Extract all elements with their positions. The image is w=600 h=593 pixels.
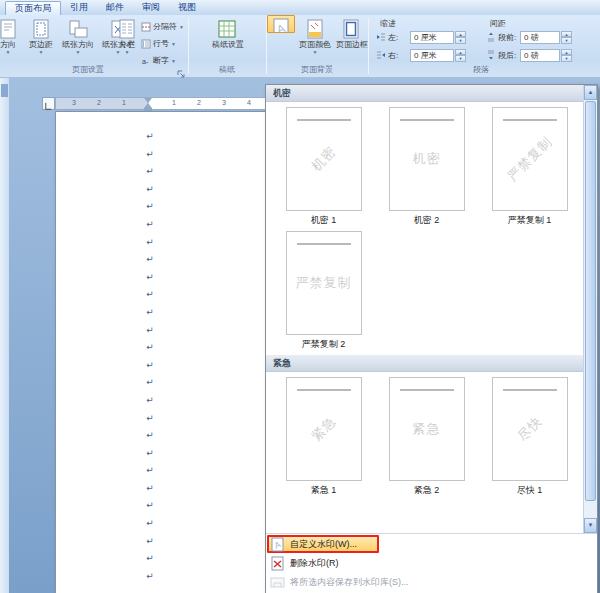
scrollbar-thumb[interactable]: [585, 101, 596, 501]
watermark-thumbnail[interactable]: 紧急 紧急 2: [375, 377, 478, 496]
paragraph-mark: ↵: [143, 269, 157, 287]
watermark-thumb-label: 严禁复制 2: [302, 338, 346, 350]
watermark-thumbnail[interactable]: 尽快 尽快 1: [478, 377, 581, 496]
save-selection-icon: [270, 575, 285, 590]
watermark-button[interactable]: A 水印 ▼: [267, 15, 295, 33]
gallery-section-header: 紧急: [266, 355, 583, 372]
chevron-down-icon: ▼: [6, 49, 11, 55]
custom-watermark-command[interactable]: A 自定义水印(W)...: [266, 535, 597, 554]
ruler-number: 1: [119, 99, 129, 106]
spacing-before-input[interactable]: 0 磅: [520, 31, 560, 44]
watermark-preview: 机密: [389, 107, 465, 211]
paragraph-mark: ↵: [143, 392, 157, 410]
watermark-preview: 严禁复制: [492, 107, 568, 211]
paragraph-mark: ↵: [143, 480, 157, 498]
paragraph-mark: ↵: [143, 533, 157, 551]
watermark-thumb-label: 紧急 2: [414, 484, 440, 496]
indent-left-icon: [376, 32, 386, 42]
indent-left-row: 左: 0 厘米 ▲▼: [376, 30, 466, 44]
page-setup-dialog-launcher[interactable]: [176, 65, 186, 75]
columns-button[interactable]: 分栏 ▼: [114, 17, 140, 66]
text-direction-button[interactable]: 方向 ▼: [0, 17, 24, 66]
paragraph-group-label: 段落: [368, 64, 594, 75]
line-numbers-button[interactable]: 行号 ▼: [140, 36, 187, 51]
paragraph-mark: ↵: [143, 427, 157, 445]
tab-mailings[interactable]: 邮件: [97, 1, 133, 15]
scroll-down-button[interactable]: ▼: [584, 518, 597, 533]
watermark-thumbnail[interactable]: 严禁复制 严禁复制 2: [272, 231, 375, 350]
ribbon-tab-bar: 页面布局 引用 邮件 审阅 视图: [0, 0, 600, 15]
watermark-thumb-label: 紧急 1: [311, 484, 337, 496]
spacing-before-row: 段前: 0 磅 ▲▼: [486, 30, 572, 44]
watermark-preview-text: 严禁复制: [492, 107, 568, 211]
watermark-preview: 紧急: [286, 377, 362, 481]
watermark-thumbnail[interactable]: 严禁复制 严禁复制 1: [478, 107, 581, 226]
orientation-button[interactable]: 纸张方向 ▼: [58, 17, 98, 66]
spin-down-button[interactable]: ▼: [455, 37, 466, 44]
spin-down-button[interactable]: ▼: [455, 55, 466, 62]
paragraph-marks: ↵↵↵↵↵↵↵↵↵↵↵↵↵↵↵↵↵↵↵↵↵↵↵↵↵↵: [143, 128, 157, 585]
paragraph-mark: ↵: [143, 146, 157, 164]
page-color-button[interactable]: 页面颜色 ▼: [296, 17, 334, 66]
text-direction-icon: [0, 19, 18, 39]
chevron-down-icon: ▼: [313, 49, 318, 55]
remove-watermark-icon: [270, 556, 285, 571]
paragraph-mark: ↵: [143, 497, 157, 515]
orientation-icon: [68, 19, 88, 39]
spacing-after-input[interactable]: 0 磅: [520, 49, 560, 62]
tab-view[interactable]: 视图: [169, 1, 205, 15]
ruler-number: 2: [94, 99, 104, 106]
save-to-watermark-gallery-command: 将所选内容保存到水印库(S)...: [266, 573, 597, 592]
watermark-preview: 机密: [286, 107, 362, 211]
window-left-edge: [0, 78, 9, 593]
watermark-preview: 紧急: [389, 377, 465, 481]
chevron-down-icon: ▼: [125, 49, 130, 55]
manuscript-grid-icon: [217, 19, 237, 39]
tab-page-layout[interactable]: 页面布局: [5, 1, 61, 15]
watermark-preview-text: 尽快: [492, 377, 568, 481]
watermark-thumbnail[interactable]: 机密 机密 1: [272, 107, 375, 226]
paragraph-mark: ↵: [143, 410, 157, 428]
page-borders-button[interactable]: 页面边框: [334, 17, 368, 66]
page-setup-group-label: 页面设置: [0, 64, 176, 75]
paragraph-mark: ↵: [143, 568, 157, 586]
watermark-thumbnail[interactable]: 紧急 紧急 1: [272, 377, 375, 496]
manuscript-setup-button[interactable]: 稿纸设置: [204, 17, 250, 66]
word-window: 页面布局 引用 邮件 审阅 视图 方向 ▼ 页边距 ▼ 纸张方向 ▼: [0, 0, 600, 593]
tab-stop-selector[interactable]: [42, 97, 55, 110]
chevron-down-icon: ▼: [171, 58, 176, 64]
watermark-preview-text: 机密: [390, 108, 464, 210]
paragraph-mark: ↵: [143, 251, 157, 269]
watermark-icon: A: [271, 18, 291, 33]
paragraph-mark: ↵: [143, 322, 157, 340]
paragraph-mark: ↵: [143, 304, 157, 322]
paragraph-mark: ↵: [143, 339, 157, 357]
chevron-down-icon: ▼: [179, 24, 184, 30]
gallery-scrollbar[interactable]: ▲ ▼: [583, 85, 597, 533]
indent-left-input[interactable]: 0 厘米: [410, 31, 454, 44]
breaks-icon: [141, 22, 151, 32]
indent-right-row: 右: 0 厘米 ▲▼: [376, 48, 466, 62]
watermark-gallery: 机密 机密 机密 1 机密 机密 2 严禁复制 严禁复制 1 严禁复制 严禁复制…: [266, 85, 583, 533]
remove-watermark-command[interactable]: 删除水印(R): [266, 554, 597, 573]
paragraph-mark: ↵: [143, 216, 157, 234]
page-background-group-label: 页面背景: [266, 64, 368, 75]
ruler-number: 3: [219, 99, 229, 106]
watermark-dropdown: 机密 机密 机密 1 机密 机密 2 严禁复制 严禁复制 1 严禁复制 严禁复制…: [265, 84, 598, 593]
scroll-up-button[interactable]: ▲: [584, 85, 597, 100]
tab-review[interactable]: 审阅: [133, 1, 169, 15]
spin-down-button[interactable]: ▼: [561, 55, 572, 62]
indent-header: 缩进: [380, 18, 396, 29]
paragraph-mark: ↵: [143, 445, 157, 463]
watermark-thumb-label: 尽快 1: [517, 484, 543, 496]
indent-right-input[interactable]: 0 厘米: [410, 49, 454, 62]
breaks-button[interactable]: 分隔符 ▼: [140, 19, 187, 34]
indent-markers[interactable]: [143, 98, 155, 111]
watermark-thumbnail[interactable]: 机密 机密 2: [375, 107, 478, 226]
columns-icon: [117, 19, 137, 39]
paragraph-mark: ↵: [143, 128, 157, 146]
margins-button[interactable]: 页边距 ▼: [24, 17, 58, 66]
tab-references[interactable]: 引用: [61, 1, 97, 15]
spin-down-button[interactable]: ▼: [561, 37, 572, 44]
paragraph-mark: ↵: [143, 286, 157, 304]
